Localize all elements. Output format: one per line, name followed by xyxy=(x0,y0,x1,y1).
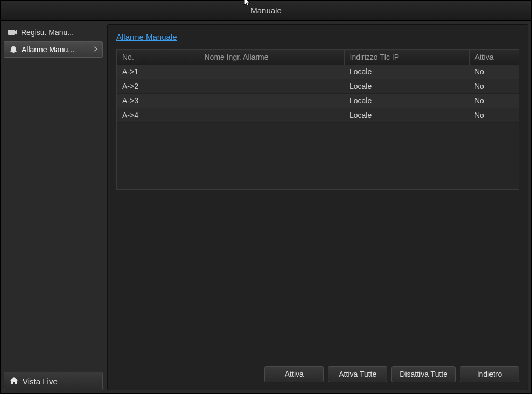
cell-attiva: No xyxy=(469,108,519,123)
cell-ip: Locale xyxy=(344,65,469,79)
page-title: Allarme Manuale xyxy=(116,32,519,41)
cell-ip: Locale xyxy=(344,108,469,123)
chevron-right-icon xyxy=(94,46,98,53)
indietro-button[interactable]: Indietro xyxy=(460,366,519,382)
cell-attiva: No xyxy=(469,94,519,108)
alarm-table: No. Nome Ingr. Allarme Indirizzo Tlc IP … xyxy=(116,49,519,190)
cell-attiva: No xyxy=(469,79,519,94)
cell-name xyxy=(199,94,344,108)
table-row[interactable]: A->4LocaleNo xyxy=(117,108,519,123)
bell-icon xyxy=(9,45,18,54)
vista-live-button[interactable]: Vista Live xyxy=(4,372,103,390)
cell-attiva: No xyxy=(469,65,519,79)
col-header-ip[interactable]: Indirizzo Tlc IP xyxy=(344,50,469,65)
table-header-row: No. Nome Ingr. Allarme Indirizzo Tlc IP … xyxy=(117,50,519,65)
body-area: Registr. Manu... Allarme Manu... xyxy=(1,21,531,393)
cell-no: A->1 xyxy=(117,65,199,79)
camera-icon xyxy=(8,27,18,37)
cell-name xyxy=(199,65,344,79)
table-row[interactable]: A->3LocaleNo xyxy=(117,94,519,108)
col-header-name[interactable]: Nome Ingr. Allarme xyxy=(199,50,344,65)
cell-no: A->2 xyxy=(117,79,199,94)
main-panel: Allarme Manuale No. Nome Ingr. Allarme I… xyxy=(107,24,528,390)
cell-name xyxy=(199,79,344,94)
sidebar-item-alarm-manual[interactable]: Allarme Manu... xyxy=(4,41,103,58)
app-window: Manuale Registr. Manu... xyxy=(0,0,532,394)
sidebar-items: Registr. Manu... Allarme Manu... xyxy=(4,24,103,372)
svg-rect-0 xyxy=(8,30,15,35)
window-title: Manuale xyxy=(250,6,282,15)
attiva-button[interactable]: Attiva xyxy=(264,366,324,382)
cell-no: A->3 xyxy=(117,94,199,108)
table-row[interactable]: A->1LocaleNo xyxy=(117,65,519,79)
footer-buttons: Attiva Attiva Tutte Disattiva Tutte Indi… xyxy=(116,358,519,382)
cell-ip: Locale xyxy=(344,79,469,94)
sidebar-item-label: Allarme Manu... xyxy=(22,45,90,54)
table-row[interactable]: A->2LocaleNo xyxy=(117,79,519,94)
sidebar: Registr. Manu... Allarme Manu... xyxy=(4,24,103,390)
col-header-no[interactable]: No. xyxy=(117,50,199,65)
disattiva-tutte-button[interactable]: Disattiva Tutte xyxy=(391,366,456,382)
cell-name xyxy=(199,108,344,123)
vista-live-label: Vista Live xyxy=(23,377,58,386)
sidebar-item-record-manual[interactable]: Registr. Manu... xyxy=(4,24,103,40)
attiva-tutte-button[interactable]: Attiva Tutte xyxy=(328,366,387,382)
col-header-attiva[interactable]: Attiva xyxy=(469,50,519,65)
sidebar-item-label: Registr. Manu... xyxy=(21,28,99,37)
home-icon xyxy=(10,377,18,385)
cell-ip: Locale xyxy=(344,94,469,108)
cell-no: A->4 xyxy=(117,108,199,123)
titlebar: Manuale xyxy=(1,1,531,21)
